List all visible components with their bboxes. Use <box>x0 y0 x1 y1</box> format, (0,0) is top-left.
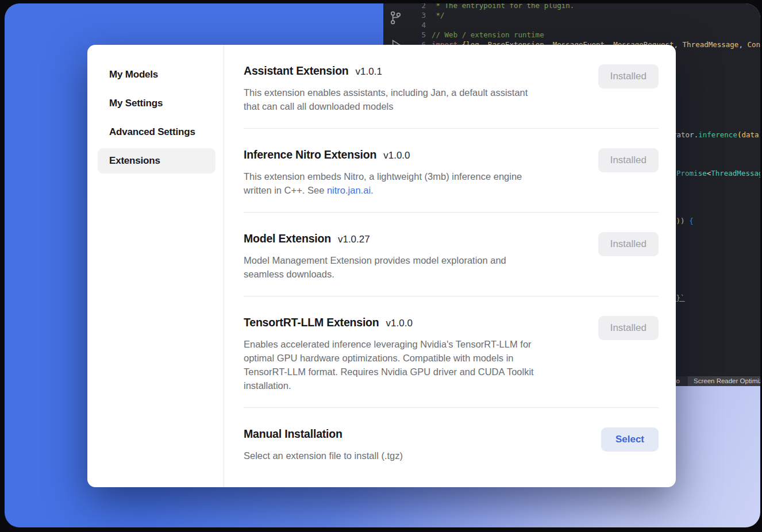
code-lines: 2 * The entrypoint for the plugin.3 */45… <box>407 3 760 49</box>
settings-sidebar: My ModelsMy SettingsAdvanced SettingsExt… <box>87 45 224 487</box>
description-line: installation. <box>244 379 580 392</box>
extension-description: This extension embeds Nitro, a lightweig… <box>244 169 580 197</box>
sidebar-item-label: Extensions <box>109 155 160 167</box>
settings-modal: My ModelsMy SettingsAdvanced SettingsExt… <box>87 45 676 487</box>
installed-button[interactable]: Installed <box>598 64 659 88</box>
extension-row: Assistant Extensionv1.0.1This extension … <box>244 45 659 129</box>
code-line: 3 */ <box>407 10 760 20</box>
code-token: ) <box>676 217 681 225</box>
line-number: 4 <box>407 20 432 30</box>
extension-description: This extension enables assistants, inclu… <box>244 86 580 113</box>
code-token: data <box>741 130 759 139</box>
extension-version: v1.0.0 <box>386 318 413 329</box>
extension-title-row: Manual Installation <box>244 427 580 441</box>
code-token: , <box>738 40 747 49</box>
sidebar-item-label: My Settings <box>109 98 163 109</box>
extension-title-row: TensortRT-LLM Extensionv1.0.0 <box>244 316 580 329</box>
extension-title: Inference Nitro Extension <box>244 148 376 161</box>
line-number: 5 <box>407 30 432 40</box>
description-line: Model Management Extension provides mode… <box>244 253 580 267</box>
extension-title-row: Assistant Extensionv1.0.1 <box>244 64 580 78</box>
extension-description: Select an extension file to install (.tg… <box>244 449 580 462</box>
desktop-background: 2 * The entrypoint for the plugin.3 */45… <box>5 3 760 527</box>
code-token: , <box>674 40 683 49</box>
code-text: // Web / extension runtime <box>432 30 544 40</box>
extension-description: Model Management Extension provides mode… <box>244 253 580 281</box>
description-line: Select an extension file to install (.tg… <box>244 449 580 462</box>
code-token: ThreadMessage <box>711 169 760 178</box>
extension-title-row: Inference Nitro Extensionv1.0.0 <box>244 148 580 161</box>
code-token: Promise <box>676 169 707 178</box>
code-line: 2 * The entrypoint for the plugin. <box>407 3 760 10</box>
installed-button[interactable]: Installed <box>598 148 659 172</box>
sidebar-item-label: My Models <box>109 69 158 80</box>
line-number: 2 <box>407 3 432 10</box>
code-fragment: rator.inference(data)); <box>672 130 760 140</box>
code-fragment: Promise<ThreadMessage> <box>676 169 760 178</box>
code-text: * The entrypoint for the plugin. <box>432 3 574 10</box>
description-line: that can call all downloaded models <box>244 99 580 113</box>
code-text: */ <box>432 10 445 20</box>
sidebar-item-my-settings[interactable]: My Settings <box>98 91 215 116</box>
line-number: 3 <box>407 10 432 20</box>
sidebar-item-extensions[interactable]: Extensions <box>98 148 215 174</box>
extension-title: Assistant Extension <box>244 64 349 78</box>
code-token: inference <box>698 130 737 139</box>
extensions-panel: Assistant Extensionv1.0.1This extension … <box>224 45 676 487</box>
extension-version: v1.0.1 <box>356 66 382 78</box>
sidebar-item-advanced-settings[interactable]: Advanced Settings <box>98 119 215 145</box>
code-token: ContentType <box>747 40 760 49</box>
extension-info: TensortRT-LLM Extensionv1.0.0Enables acc… <box>244 316 580 392</box>
extension-title-row: Model Extensionv1.0.27 <box>244 232 580 245</box>
sidebar-item-label: Advanced Settings <box>109 126 195 138</box>
extension-info: Model Extensionv1.0.27Model Management E… <box>244 232 580 281</box>
extension-version: v1.0.27 <box>338 234 370 245</box>
extension-version: v1.0.0 <box>383 150 410 161</box>
description-line: optimal GPU hardware optimizations. Comp… <box>244 351 580 365</box>
installed-button[interactable]: Installed <box>598 232 659 256</box>
nitro-jan-ai-link[interactable]: nitro.jan.ai. <box>327 185 374 195</box>
screen-reader-optimized-chip[interactable]: Screen Reader Optimized <box>688 376 760 386</box>
description-line: written in C++. See nitro.jan.ai. <box>244 183 580 197</box>
description-line: TensorRT-LLM format. Requires Nvidia GPU… <box>244 365 580 379</box>
code-token: ) <box>680 217 689 225</box>
extension-row: TensortRT-LLM Extensionv1.0.0Enables acc… <box>244 296 659 408</box>
description-text: written in C++. See <box>244 185 327 195</box>
source-control-icon[interactable] <box>388 10 403 25</box>
code-line: 4 <box>407 20 760 30</box>
code-token: */ <box>432 11 445 20</box>
extension-info: Manual InstallationSelect an extension f… <box>244 427 580 462</box>
description-line: This extension enables assistants, inclu… <box>244 86 580 99</box>
extension-row: Inference Nitro Extensionv1.0.0This exte… <box>244 129 659 213</box>
sidebar-item-my-models[interactable]: My Models <box>98 62 215 87</box>
extension-row: Model Extensionv1.0.27Model Management E… <box>244 213 659 296</box>
code-line: 5// Web / extension runtime <box>407 30 760 40</box>
description-line: Enables accelerated inference leveraging… <box>244 337 580 351</box>
extension-info: Assistant Extensionv1.0.1This extension … <box>244 64 580 113</box>
extension-title: Manual Installation <box>244 427 342 441</box>
extension-title: Model Extension <box>244 232 331 245</box>
code-token: ThreadMessage <box>683 40 739 49</box>
code-token: // Web / extension runtime <box>432 30 544 39</box>
code-token: ) <box>759 130 760 139</box>
code-token: { <box>689 217 694 225</box>
description-line: seamless downloads. <box>244 267 580 281</box>
extension-row: Manual InstallationSelect an extension f… <box>244 408 659 477</box>
extension-info: Inference Nitro Extensionv1.0.0This exte… <box>244 148 580 197</box>
installed-button[interactable]: Installed <box>598 316 659 340</box>
description-line: This extension embeds Nitro, a lightweig… <box>244 169 580 183</box>
select-button[interactable]: Select <box>601 427 659 452</box>
extension-description: Enables accelerated inference leveraging… <box>244 337 580 392</box>
extension-title: TensortRT-LLM Extension <box>244 316 379 329</box>
code-token: * The entrypoint for the plugin. <box>432 3 574 10</box>
